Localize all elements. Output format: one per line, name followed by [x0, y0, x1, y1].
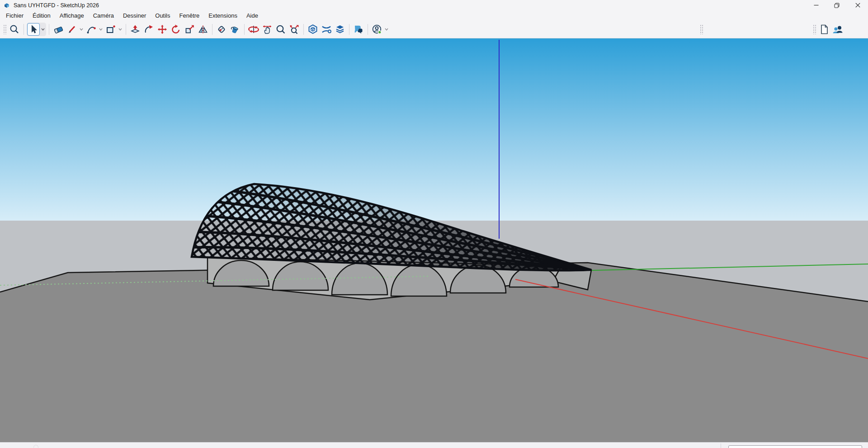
- eraser-tool-button[interactable]: [52, 23, 65, 36]
- close-button[interactable]: [847, 0, 868, 10]
- menu-fichier[interactable]: Fichier: [1, 11, 28, 20]
- pencil-icon: [66, 24, 77, 35]
- layout-layers-icon: [335, 24, 345, 35]
- extension-warehouse-icon: [321, 24, 332, 35]
- window-controls: [806, 0, 868, 10]
- paint-bucket-tool-button[interactable]: [228, 23, 242, 36]
- toolbar-separator: [244, 24, 245, 35]
- extension-warehouse-button[interactable]: [320, 23, 333, 36]
- people-icon: [832, 24, 844, 35]
- account-dropdown-button[interactable]: [384, 23, 389, 36]
- scene-svg: [0, 38, 868, 442]
- move-tool-button[interactable]: [156, 23, 169, 36]
- minimize-button[interactable]: [806, 0, 826, 10]
- paint-bucket-icon: [230, 24, 241, 35]
- toolbar-separator: [126, 24, 126, 35]
- collaboration-button[interactable]: [831, 23, 844, 36]
- document-icon: [819, 24, 830, 35]
- select-dropdown-button[interactable]: [40, 23, 46, 36]
- line-dropdown-button[interactable]: [79, 23, 84, 36]
- window-title: Sans UYHTGFD - SketchUp 2026: [14, 2, 99, 9]
- toolbar-separator: [24, 24, 24, 35]
- 3d-warehouse-button[interactable]: [306, 23, 320, 36]
- status-bar: [0, 442, 868, 448]
- send-to-layout-button[interactable]: [333, 23, 347, 36]
- menu-affichage[interactable]: Affichage: [55, 11, 89, 20]
- select-tool-button[interactable]: [27, 23, 40, 36]
- menu-extensions[interactable]: Extensions: [204, 11, 242, 20]
- help-status-icon[interactable]: [33, 445, 38, 448]
- chevron-down-icon: [118, 28, 122, 31]
- orbit-icon: [248, 24, 259, 35]
- toolbar-separator: [49, 24, 49, 35]
- follow-me-tool-button[interactable]: [142, 23, 156, 36]
- follow-me-icon: [143, 24, 154, 35]
- search-icon: [9, 24, 20, 35]
- eraser-icon: [53, 24, 64, 35]
- scale-tool-button[interactable]: [183, 23, 196, 36]
- arcs-tool-button[interactable]: [85, 23, 98, 36]
- rectangle-icon: [105, 24, 116, 35]
- orbit-tool-button[interactable]: [247, 23, 260, 36]
- chevron-down-icon: [99, 28, 103, 31]
- toolbar-drag-handle[interactable]: [813, 24, 816, 34]
- new-document-button[interactable]: [817, 23, 831, 36]
- feedback-button[interactable]: [352, 23, 365, 36]
- push-pull-icon: [130, 24, 141, 35]
- statusbar-separator: [721, 443, 721, 448]
- menu-aide[interactable]: Aide: [242, 11, 263, 20]
- viewport-canvas[interactable]: [0, 38, 868, 442]
- account-icon: [372, 24, 382, 35]
- chat-bubbles-icon: [353, 24, 364, 35]
- menu-camera[interactable]: Caméra: [89, 11, 118, 20]
- close-icon: [855, 3, 860, 8]
- chevron-down-icon: [80, 28, 83, 31]
- zoom-extents-tool-button[interactable]: [288, 23, 301, 36]
- search-tool-button[interactable]: [8, 23, 21, 36]
- chevron-down-icon: [385, 28, 388, 31]
- menu-outils[interactable]: Outils: [151, 11, 175, 20]
- toolbar-separator: [349, 24, 349, 35]
- line-tool-button[interactable]: [65, 23, 79, 36]
- toolbar-separator: [368, 24, 368, 35]
- 3d-warehouse-icon: [307, 24, 318, 35]
- toolbar-drag-handle[interactable]: [3, 24, 6, 34]
- toolbar-secondary: [698, 20, 704, 38]
- arcs-dropdown-button[interactable]: [98, 23, 104, 36]
- zoom-extents-icon: [289, 24, 300, 35]
- push-pull-tool-button[interactable]: [128, 23, 142, 36]
- menu-dessiner[interactable]: Dessiner: [118, 11, 151, 20]
- minimize-icon: [814, 3, 819, 8]
- chevron-down-icon: [41, 28, 45, 31]
- title-bar: Sans UYHTGFD - SketchUp 2026: [0, 0, 868, 10]
- shapes-tool-button[interactable]: [104, 23, 118, 36]
- tape-measure-icon: [216, 24, 227, 35]
- pan-tool-button[interactable]: [260, 23, 274, 36]
- menu-fenetre[interactable]: Fenêtre: [175, 11, 204, 20]
- zoom-tool-button[interactable]: [274, 23, 288, 36]
- measurements-box[interactable]: [728, 445, 862, 448]
- select-tool-group: [27, 23, 46, 36]
- arc-icon: [86, 24, 97, 35]
- toolbar-separator: [212, 24, 212, 35]
- restore-button[interactable]: [826, 0, 847, 10]
- main-toolbar: [0, 20, 868, 38]
- rotate-icon: [170, 24, 181, 35]
- menu-edition[interactable]: Édition: [28, 11, 55, 20]
- account-button[interactable]: [370, 23, 384, 36]
- pan-hand-icon: [262, 24, 273, 35]
- flip-tool-button[interactable]: [196, 23, 210, 36]
- tape-measure-tool-button[interactable]: [215, 23, 228, 36]
- select-cursor-icon: [28, 24, 38, 34]
- zoom-icon: [275, 24, 286, 35]
- sketchup-logo-icon: [3, 2, 10, 9]
- toolbar-separator: [303, 24, 304, 35]
- menu-bar: Fichier Édition Affichage Caméra Dessine…: [0, 10, 868, 20]
- flip-icon: [198, 24, 208, 35]
- sky: [0, 38, 868, 221]
- toolbar-drag-handle[interactable]: [700, 24, 703, 34]
- rotate-tool-button[interactable]: [169, 23, 183, 36]
- restore-icon: [834, 3, 840, 8]
- shapes-dropdown-button[interactable]: [118, 23, 123, 36]
- scale-icon: [184, 24, 195, 35]
